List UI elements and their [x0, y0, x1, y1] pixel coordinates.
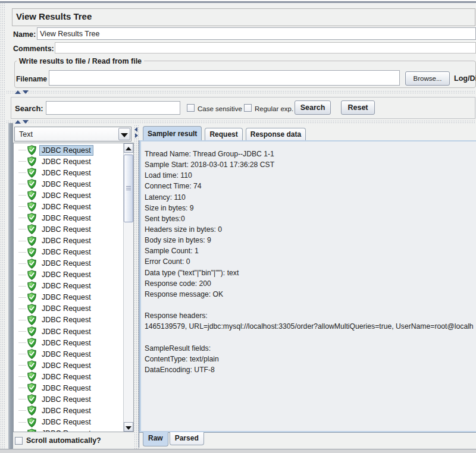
success-shield-icon — [27, 349, 36, 359]
tree-node-label: JDBC Request — [40, 168, 93, 178]
tree-node-label: JDBC Request — [40, 213, 93, 223]
case-sensitive-checkbox[interactable] — [187, 104, 195, 112]
results-tree-list: JDBC Request JDBC Request JDBC Request — [13, 143, 134, 432]
tree-node-label: JDBC Request — [40, 406, 93, 416]
search-label: Search: — [15, 104, 43, 113]
result-line: Latency: 110 — [145, 193, 476, 204]
tree-connector-line — [18, 410, 26, 411]
tree-connector-line — [18, 195, 26, 196]
tree-node[interactable]: JDBC Request — [14, 337, 123, 348]
tree-node-label: JDBC Request — [40, 372, 93, 382]
success-shield-icon — [27, 259, 36, 269]
tree-node[interactable]: JDBC Request — [14, 201, 123, 212]
tree-node[interactable]: JDBC Request — [14, 292, 123, 303]
page-title: View Results Tree — [16, 11, 92, 21]
tree-connector-line — [18, 263, 26, 264]
tree-node-label: JDBC Request — [40, 350, 93, 359]
tree-node[interactable]: JDBC Request — [14, 360, 123, 371]
tree-scrollbar[interactable] — [123, 143, 133, 432]
tree-connector-line — [18, 229, 26, 229]
tree-node[interactable]: JDBC Request — [14, 326, 123, 337]
tree-node[interactable]: JDBC Request — [14, 417, 123, 428]
tree-node[interactable]: JDBC Request — [14, 382, 123, 394]
groupbox-legend: Write results to file / Read from file — [17, 57, 144, 65]
tree-node[interactable]: JDBC Request — [14, 405, 123, 416]
scrollbar-thumb[interactable] — [124, 155, 133, 222]
tree-node[interactable]: JDBC Request — [14, 178, 123, 190]
tree-node[interactable]: JDBC Request — [14, 258, 123, 269]
result-tab[interactable]: Request — [205, 128, 242, 140]
scroll-up-button[interactable] — [124, 143, 133, 153]
scroll-automatically-checkbox[interactable] — [15, 437, 23, 445]
result-line: Body size in bytes: 9 — [145, 236, 476, 247]
comments-input[interactable] — [55, 42, 476, 54]
splitter-collapse-right-icon[interactable] — [135, 133, 138, 138]
tree-node[interactable]: JDBC Request — [14, 167, 123, 178]
result-line: ContentType: text/plain — [145, 355, 476, 366]
splitter2-collapse-up-icon[interactable] — [15, 120, 21, 124]
splitter-collapse-up-icon[interactable] — [15, 90, 21, 94]
success-shield-icon — [27, 202, 36, 212]
tree-node-label: JDBC Request — [40, 395, 93, 404]
tree-node-label: JDBC Request — [40, 225, 93, 234]
search-button[interactable]: Search — [295, 100, 331, 115]
tree-node[interactable]: JDBC Request — [14, 303, 123, 314]
render-mode-tab[interactable]: Raw — [143, 432, 168, 446]
tree-node[interactable]: JDBC Request — [14, 224, 123, 235]
splitter2-collapse-down-icon[interactable] — [23, 120, 29, 124]
filename-input[interactable] — [49, 70, 400, 86]
tree-node[interactable]: JDBC Request — [14, 394, 123, 405]
success-shield-icon — [27, 236, 36, 246]
tree-node[interactable]: JDBC Request — [14, 247, 123, 258]
success-shield-icon — [27, 156, 36, 166]
tree-node-label: JDBC Request — [40, 292, 93, 302]
horizontal-splitter-2[interactable] — [6, 119, 476, 124]
search-input[interactable] — [46, 101, 180, 115]
result-line: Response code: 200 — [145, 279, 476, 290]
tree-node[interactable]: JDBC Request — [14, 348, 123, 360]
view-mode-select[interactable]: Text — [14, 127, 131, 141]
tree-node[interactable]: JDBC Request — [14, 269, 123, 281]
tree-node[interactable]: JDBC Request — [14, 281, 123, 292]
tree-node-label: JDBC Request — [40, 327, 93, 336]
log-display-label: Log/Dis — [454, 74, 476, 83]
tree-node[interactable]: JDBC Request — [14, 156, 123, 167]
tree-node[interactable]: JDBC Request — [14, 428, 123, 432]
render-mode-tab[interactable]: Parsed — [170, 432, 204, 445]
splitter-collapse-left-icon[interactable] — [134, 127, 137, 132]
reset-button[interactable]: Reset — [341, 100, 375, 115]
tree-node[interactable]: JDBC Request — [14, 371, 123, 382]
horizontal-splitter[interactable] — [6, 89, 476, 95]
regular-exp-checkbox[interactable] — [244, 104, 252, 112]
result-line: Sample Count: 1 — [145, 247, 476, 257]
tree-node[interactable]: JDBC Request — [14, 144, 123, 156]
browse-button[interactable]: Browse... — [405, 71, 450, 86]
success-shield-icon — [27, 326, 36, 336]
tree-node[interactable]: JDBC Request — [14, 212, 123, 224]
result-tab[interactable]: Sampler result — [143, 126, 202, 140]
main-split-divider[interactable] — [0, 3, 6, 449]
case-sensitive-label: Case sensitive — [198, 105, 242, 112]
result-line: Response message: OK — [145, 290, 476, 301]
tree-node-label: JDBC Request — [40, 191, 93, 200]
tree-node[interactable]: JDBC Request — [14, 235, 123, 247]
tree-node[interactable]: JDBC Request — [14, 190, 123, 201]
result-tab[interactable]: Response data — [246, 128, 306, 140]
main-tree-scrollbar-thumb[interactable] — [8, 123, 13, 449]
scroll-down-button[interactable] — [124, 422, 133, 432]
result-line: SampleResult fields: — [145, 344, 476, 355]
result-line: Connect Time: 74 — [145, 182, 476, 193]
success-shield-icon — [27, 394, 36, 404]
tree-node[interactable]: JDBC Request — [14, 314, 123, 326]
window-bottom-bar — [0, 449, 476, 453]
name-input[interactable] — [37, 27, 476, 40]
tree-connector-line — [18, 286, 26, 287]
splitter-collapse-down-icon[interactable] — [23, 90, 29, 94]
success-shield-icon — [27, 292, 36, 303]
arrow-down-icon — [126, 426, 131, 430]
tab-label: Request — [209, 130, 237, 139]
tree-connector-line — [18, 172, 26, 173]
combo-dropdown-button[interactable] — [118, 128, 130, 140]
tree-node-label: JDBC Request — [40, 236, 93, 246]
result-line: Size in bytes: 9 — [145, 204, 476, 215]
